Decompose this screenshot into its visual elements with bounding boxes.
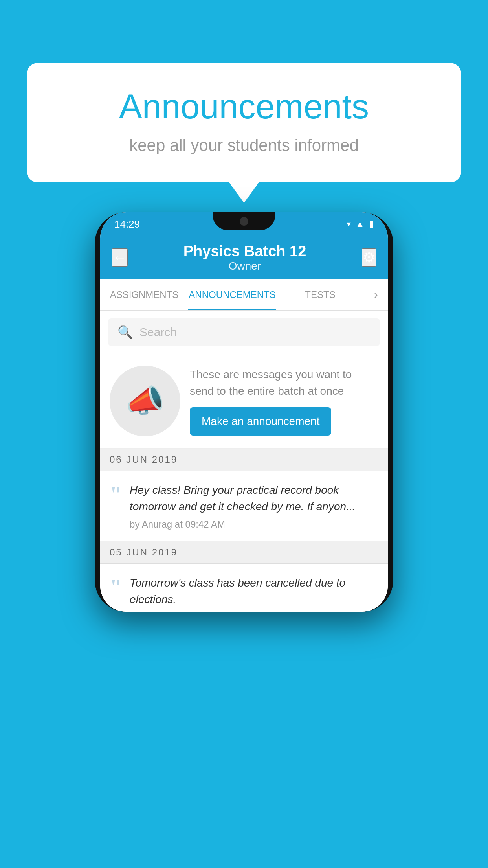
announcement-text-2: Tomorrow's class has been cancelled due … [130, 575, 378, 608]
announcement-empty-state: 📣 These are messages you want to send to… [100, 354, 388, 449]
megaphone-icon: 📣 [125, 383, 165, 419]
batch-name: Physics Batch 12 [183, 243, 306, 260]
announcement-text-1: Hey class! Bring your practical record b… [130, 482, 378, 515]
announcement-item-1[interactable]: " Hey class! Bring your practical record… [100, 471, 388, 541]
make-announcement-button[interactable]: Make an announcement [190, 407, 331, 436]
battery-icon: ▮ [369, 219, 374, 229]
speech-bubble-title: Announcements [50, 86, 438, 127]
announcement-content-1: Hey class! Bring your practical record b… [130, 482, 378, 530]
tab-announcements[interactable]: ANNOUNCEMENTS [188, 279, 276, 310]
megaphone-circle: 📣 [110, 366, 180, 436]
quote-icon-2: " [110, 576, 122, 598]
quote-icon-1: " [110, 484, 122, 506]
back-button[interactable]: ← [112, 248, 128, 267]
status-icons: ▾ ▲ ▮ [347, 219, 374, 229]
tab-more[interactable]: › [364, 279, 388, 310]
camera [240, 217, 248, 226]
announcement-meta-1: by Anurag at 09:42 AM [130, 519, 378, 530]
search-icon: 🔍 [117, 325, 133, 340]
batch-role: Owner [183, 260, 306, 272]
speech-bubble-container: Announcements keep all your students inf… [27, 63, 461, 182]
phone-body: 14:29 ▾ ▲ ▮ ← Physics Batch 12 Owner ⚙ [95, 212, 393, 612]
phone-screen: 14:29 ▾ ▲ ▮ ← Physics Batch 12 Owner ⚙ [100, 212, 388, 612]
speech-bubble-subtitle: keep all your students informed [50, 136, 438, 155]
app-bar-title-group: Physics Batch 12 Owner [183, 243, 306, 272]
announcement-content-2: Tomorrow's class has been cancelled due … [130, 575, 378, 612]
announcement-info: These are messages you want to send to t… [190, 366, 378, 436]
speech-bubble: Announcements keep all your students inf… [27, 63, 461, 182]
phone-mockup: 14:29 ▾ ▲ ▮ ← Physics Batch 12 Owner ⚙ [95, 212, 393, 612]
app-bar: ← Physics Batch 12 Owner ⚙ [100, 236, 388, 279]
search-bar[interactable]: 🔍 Search [108, 318, 380, 346]
announcement-item-2[interactable]: " Tomorrow's class has been cancelled du… [100, 564, 388, 612]
signal-icon: ▲ [356, 219, 364, 229]
tab-assignments[interactable]: ASSIGNMENTS [100, 279, 188, 310]
search-placeholder: Search [139, 326, 177, 339]
status-time: 14:29 [114, 218, 140, 230]
notch [213, 212, 275, 230]
tab-tests[interactable]: TESTS [276, 279, 364, 310]
settings-button[interactable]: ⚙ [362, 248, 376, 267]
date-separator-1: 06 JUN 2019 [100, 449, 388, 471]
tab-bar: ASSIGNMENTS ANNOUNCEMENTS TESTS › [100, 279, 388, 311]
empty-state-description: These are messages you want to send to t… [190, 366, 378, 399]
date-separator-2: 05 JUN 2019 [100, 541, 388, 564]
wifi-icon: ▾ [347, 219, 351, 229]
